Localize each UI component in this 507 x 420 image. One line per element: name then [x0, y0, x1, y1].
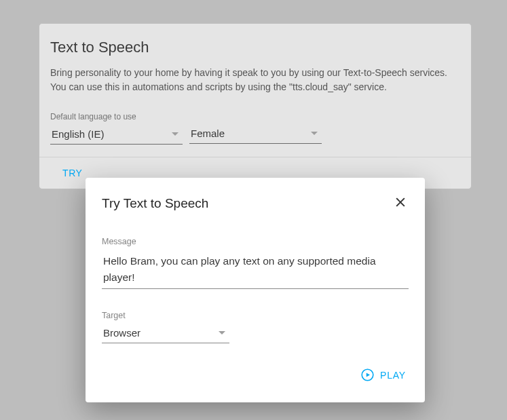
modal-overlay: Try Text to Speech Message Target Browse… [0, 0, 507, 420]
close-icon [394, 195, 407, 209]
target-label: Target [102, 311, 409, 320]
try-tts-modal: Try Text to Speech Message Target Browse… [86, 178, 425, 402]
modal-actions: PLAY [102, 364, 409, 386]
message-field: Message [102, 237, 409, 292]
message-input[interactable] [102, 249, 409, 289]
play-icon [360, 368, 375, 382]
target-select[interactable]: Browser [102, 323, 229, 343]
play-button[interactable]: PLAY [358, 364, 409, 386]
modal-title: Try Text to Speech [102, 196, 208, 211]
message-label: Message [102, 237, 409, 246]
target-field: Target Browser [102, 311, 409, 343]
chevron-down-icon [219, 331, 225, 335]
close-button[interactable] [392, 194, 409, 212]
target-value: Browser [103, 327, 140, 339]
modal-header: Try Text to Speech [102, 194, 409, 212]
play-label: PLAY [380, 370, 406, 381]
